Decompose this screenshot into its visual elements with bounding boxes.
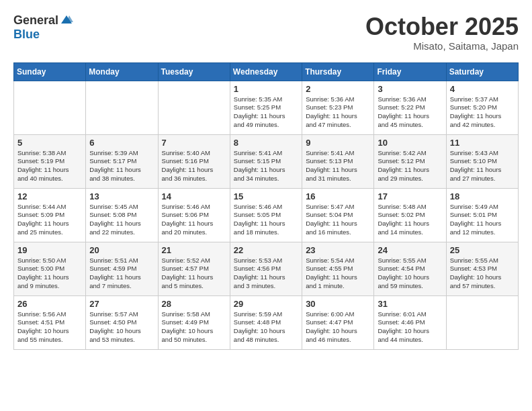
day-number: 27 <box>89 299 154 309</box>
day-info: Sunrise: 6:00 AMSunset: 4:47 PMDaylight:… <box>306 310 370 345</box>
day-info: Sunrise: 5:55 AMSunset: 4:54 PMDaylight:… <box>378 257 442 291</box>
day-number: 15 <box>234 191 298 201</box>
calendar-cell: 13Sunrise: 5:45 AMSunset: 5:08 PMDayligh… <box>86 188 158 242</box>
logo-icon <box>60 14 73 28</box>
day-number: 20 <box>89 245 154 255</box>
calendar-cell: 21Sunrise: 5:52 AMSunset: 4:57 PMDayligh… <box>158 242 230 295</box>
calendar-cell: 26Sunrise: 5:56 AMSunset: 4:51 PMDayligh… <box>14 295 86 349</box>
day-number: 8 <box>234 138 298 148</box>
day-info: Sunrise: 5:57 AMSunset: 4:50 PMDaylight:… <box>89 310 154 345</box>
calendar-cell: 28Sunrise: 5:58 AMSunset: 4:49 PMDayligh… <box>158 295 230 349</box>
calendar-cell: 19Sunrise: 5:50 AMSunset: 5:00 PMDayligh… <box>14 242 86 295</box>
day-info: Sunrise: 5:56 AMSunset: 4:51 PMDaylight:… <box>17 310 82 345</box>
calendar-table: SundayMondayTuesdayWednesdayThursdayFrid… <box>13 62 519 350</box>
day-number: 12 <box>17 191 82 201</box>
day-number: 4 <box>450 84 515 94</box>
day-number: 31 <box>378 299 442 309</box>
day-info: Sunrise: 5:45 AMSunset: 5:08 PMDaylight:… <box>89 203 154 237</box>
day-info: Sunrise: 5:35 AMSunset: 5:25 PMDaylight:… <box>234 95 298 130</box>
calendar-cell: 18Sunrise: 5:49 AMSunset: 5:01 PMDayligh… <box>446 188 518 242</box>
day-number: 3 <box>378 84 442 94</box>
calendar-cell: 25Sunrise: 5:55 AMSunset: 4:53 PMDayligh… <box>446 242 518 295</box>
calendar-cell: 6Sunrise: 5:39 AMSunset: 5:17 PMDaylight… <box>86 134 158 188</box>
day-info: Sunrise: 5:44 AMSunset: 5:09 PMDaylight:… <box>17 203 82 237</box>
calendar-cell: 8Sunrise: 5:41 AMSunset: 5:15 PMDaylight… <box>230 134 302 188</box>
calendar-cell: 5Sunrise: 5:38 AMSunset: 5:19 PMDaylight… <box>14 134 86 188</box>
day-info: Sunrise: 5:38 AMSunset: 5:19 PMDaylight:… <box>17 149 82 183</box>
weekday-header-friday: Friday <box>374 62 446 81</box>
month-title: October 2025 <box>365 13 519 40</box>
day-number: 25 <box>450 245 515 255</box>
calendar-cell: 3Sunrise: 5:36 AMSunset: 5:22 PMDaylight… <box>374 81 446 134</box>
day-info: Sunrise: 5:47 AMSunset: 5:04 PMDaylight:… <box>306 203 370 237</box>
calendar-cell <box>14 81 86 134</box>
calendar-cell: 23Sunrise: 5:54 AMSunset: 4:55 PMDayligh… <box>302 242 374 295</box>
day-info: Sunrise: 5:41 AMSunset: 5:15 PMDaylight:… <box>234 149 298 183</box>
page-header: General Blue October 2025 Misato, Saitam… <box>13 13 519 52</box>
calendar-cell: 31Sunrise: 6:01 AMSunset: 4:46 PMDayligh… <box>374 295 446 349</box>
day-info: Sunrise: 5:46 AMSunset: 5:05 PMDaylight:… <box>234 203 298 237</box>
day-info: Sunrise: 5:49 AMSunset: 5:01 PMDaylight:… <box>450 203 515 237</box>
calendar-cell: 10Sunrise: 5:42 AMSunset: 5:12 PMDayligh… <box>374 134 446 188</box>
day-info: Sunrise: 5:37 AMSunset: 5:20 PMDaylight:… <box>450 95 515 130</box>
weekday-header-tuesday: Tuesday <box>158 62 230 81</box>
day-info: Sunrise: 5:52 AMSunset: 4:57 PMDaylight:… <box>162 257 226 291</box>
week-row-3: 12Sunrise: 5:44 AMSunset: 5:09 PMDayligh… <box>14 188 519 242</box>
weekday-header-monday: Monday <box>86 62 158 81</box>
calendar-cell: 14Sunrise: 5:46 AMSunset: 5:06 PMDayligh… <box>158 188 230 242</box>
title-section: October 2025 Misato, Saitama, Japan <box>365 13 519 52</box>
day-number: 1 <box>234 84 298 94</box>
day-number: 9 <box>306 138 370 148</box>
day-info: Sunrise: 5:51 AMSunset: 4:59 PMDaylight:… <box>89 257 154 291</box>
day-info: Sunrise: 5:59 AMSunset: 4:48 PMDaylight:… <box>234 310 298 345</box>
calendar-cell: 2Sunrise: 5:36 AMSunset: 5:23 PMDaylight… <box>302 81 374 134</box>
day-number: 22 <box>234 245 298 255</box>
calendar-cell: 9Sunrise: 5:41 AMSunset: 5:13 PMDaylight… <box>302 134 374 188</box>
day-number: 29 <box>234 299 298 309</box>
day-info: Sunrise: 5:36 AMSunset: 5:23 PMDaylight:… <box>306 95 370 130</box>
day-info: Sunrise: 5:36 AMSunset: 5:22 PMDaylight:… <box>378 95 442 130</box>
calendar-cell: 22Sunrise: 5:53 AMSunset: 4:56 PMDayligh… <box>230 242 302 295</box>
weekday-header-saturday: Saturday <box>446 62 518 81</box>
day-number: 19 <box>17 245 82 255</box>
day-number: 2 <box>306 84 370 94</box>
day-info: Sunrise: 5:46 AMSunset: 5:06 PMDaylight:… <box>162 203 226 237</box>
day-info: Sunrise: 5:58 AMSunset: 4:49 PMDaylight:… <box>162 310 226 345</box>
weekday-header-sunday: Sunday <box>14 62 86 81</box>
day-number: 18 <box>450 191 515 201</box>
day-info: Sunrise: 5:43 AMSunset: 5:10 PMDaylight:… <box>450 149 515 183</box>
day-info: Sunrise: 5:53 AMSunset: 4:56 PMDaylight:… <box>234 257 298 291</box>
week-row-5: 26Sunrise: 5:56 AMSunset: 4:51 PMDayligh… <box>14 295 519 349</box>
calendar-cell: 11Sunrise: 5:43 AMSunset: 5:10 PMDayligh… <box>446 134 518 188</box>
calendar-cell <box>86 81 158 134</box>
location: Misato, Saitama, Japan <box>365 40 519 52</box>
calendar-cell: 7Sunrise: 5:40 AMSunset: 5:16 PMDaylight… <box>158 134 230 188</box>
logo: General Blue <box>13 13 73 42</box>
day-info: Sunrise: 5:42 AMSunset: 5:12 PMDaylight:… <box>378 149 442 183</box>
week-row-1: 1Sunrise: 5:35 AMSunset: 5:25 PMDaylight… <box>14 81 519 134</box>
day-info: Sunrise: 6:01 AMSunset: 4:46 PMDaylight:… <box>378 310 442 345</box>
calendar-cell: 29Sunrise: 5:59 AMSunset: 4:48 PMDayligh… <box>230 295 302 349</box>
calendar-cell <box>158 81 230 134</box>
day-number: 24 <box>378 245 442 255</box>
day-number: 30 <box>306 299 370 309</box>
day-info: Sunrise: 5:40 AMSunset: 5:16 PMDaylight:… <box>162 149 226 183</box>
calendar-cell: 15Sunrise: 5:46 AMSunset: 5:05 PMDayligh… <box>230 188 302 242</box>
weekday-header-wednesday: Wednesday <box>230 62 302 81</box>
calendar-cell: 17Sunrise: 5:48 AMSunset: 5:02 PMDayligh… <box>374 188 446 242</box>
day-info: Sunrise: 5:50 AMSunset: 5:00 PMDaylight:… <box>17 257 82 291</box>
day-number: 11 <box>450 138 515 148</box>
weekday-header-thursday: Thursday <box>302 62 374 81</box>
day-info: Sunrise: 5:39 AMSunset: 5:17 PMDaylight:… <box>89 149 154 183</box>
calendar-cell: 27Sunrise: 5:57 AMSunset: 4:50 PMDayligh… <box>86 295 158 349</box>
day-number: 17 <box>378 191 442 201</box>
day-number: 21 <box>162 245 226 255</box>
calendar-cell <box>446 295 518 349</box>
day-number: 28 <box>162 299 226 309</box>
calendar-cell: 4Sunrise: 5:37 AMSunset: 5:20 PMDaylight… <box>446 81 518 134</box>
day-info: Sunrise: 5:55 AMSunset: 4:53 PMDaylight:… <box>450 257 515 291</box>
calendar-cell: 1Sunrise: 5:35 AMSunset: 5:25 PMDaylight… <box>230 81 302 134</box>
calendar-cell: 16Sunrise: 5:47 AMSunset: 5:04 PMDayligh… <box>302 188 374 242</box>
day-number: 10 <box>378 138 442 148</box>
calendar-cell: 12Sunrise: 5:44 AMSunset: 5:09 PMDayligh… <box>14 188 86 242</box>
